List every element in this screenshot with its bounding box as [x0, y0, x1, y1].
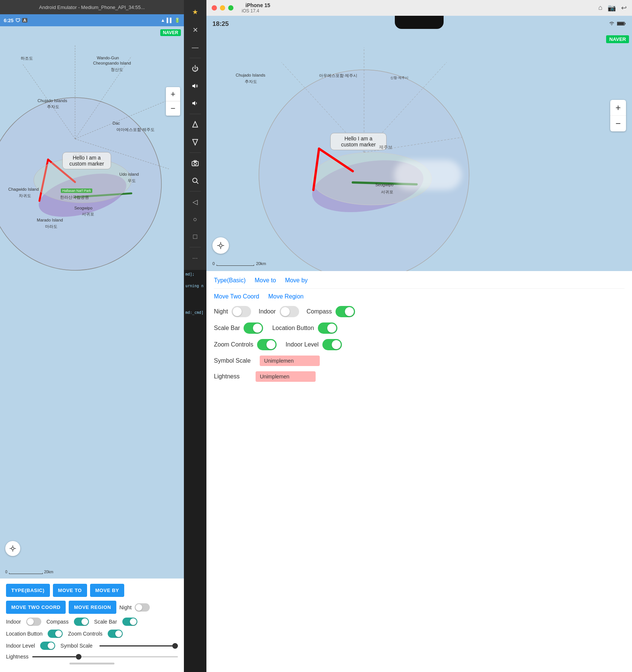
ios-night-toggle[interactable]	[232, 306, 251, 317]
toolbar-divider3	[190, 152, 201, 153]
ios-night-knob	[233, 307, 242, 316]
svg-marker-17	[193, 101, 196, 105]
android-zoom-out-button[interactable]: −	[166, 101, 180, 116]
minimize-toolbar-button[interactable]: —	[187, 39, 203, 56]
ios-tab-type-basic[interactable]: Type(Basic)	[214, 277, 245, 285]
ios-indoor-toggle[interactable]	[280, 306, 299, 317]
android-location-button[interactable]	[5, 541, 20, 556]
traffic-light-red[interactable]	[212, 5, 217, 11]
svg-line-36	[313, 149, 319, 190]
android-compass-toggle[interactable]	[74, 618, 89, 626]
android-lightness-row: Lightness	[6, 654, 178, 660]
wifi-icon	[609, 21, 615, 26]
camera-toolbar-button[interactable]	[187, 155, 203, 172]
iphone-screenshot-icon[interactable]: 📷	[608, 4, 616, 12]
android-move-two-coord-button[interactable]: MOVE TWO COORD	[6, 601, 66, 614]
iphone-panel: iPhone 15 iOS 17.4 ⌂ 📷 ↩ 18:25	[206, 0, 632, 672]
volume-up-toolbar-button[interactable]	[187, 78, 203, 94]
rotate-toolbar-button[interactable]	[187, 116, 203, 133]
android-scalebar-toggle[interactable]	[122, 618, 137, 626]
rotate2-toolbar-button[interactable]	[187, 134, 203, 150]
map-label-hallasan-kr: 한라산국립공원	[60, 194, 89, 200]
ios-tab-move-by[interactable]: Move by	[285, 277, 307, 285]
android-indoorlevel-toggle[interactable]	[40, 642, 55, 650]
traffic-light-yellow[interactable]	[220, 5, 225, 11]
power-toolbar-button[interactable]: ⏻	[187, 60, 203, 77]
android-btn-row1: TYPE(BASIC) MOVE TO MOVE BY	[6, 584, 178, 597]
cloud-shape	[394, 160, 462, 190]
search-toolbar-button[interactable]	[187, 172, 203, 189]
map-label-chagwido: Chagwido Island	[8, 187, 39, 191]
android-zoomctrl-toggle[interactable]	[108, 630, 123, 638]
android-locbtn-toggle[interactable]	[48, 630, 63, 638]
map-label-udo: Udo island	[119, 172, 139, 176]
svg-point-38	[219, 244, 222, 247]
android-type-basic-button[interactable]: TYPE(BASIC)	[6, 584, 50, 597]
map-label-wandogun: Wando-Gun	[97, 56, 119, 60]
home-toolbar-button[interactable]: ○	[187, 211, 203, 228]
code-line1: md];	[185, 272, 205, 276]
android-indoor-toggle[interactable]	[26, 618, 41, 626]
ios-compass-toggle[interactable]	[336, 306, 355, 317]
volume-down-toolbar-button[interactable]	[187, 95, 203, 111]
android-compass-knob	[81, 618, 88, 625]
android-symbolscale-slider[interactable]	[99, 645, 178, 646]
android-night-knob	[135, 604, 142, 611]
traffic-light-green[interactable]	[228, 5, 233, 11]
svg-line-24	[197, 182, 199, 184]
toolbar-divider5	[190, 247, 201, 247]
ios-lightness-unimplemented: Unimplemen	[256, 371, 316, 382]
iphone-ios-version: iOS 17.4	[242, 8, 270, 14]
hallasan-badge: Hallasan Nat'l Park	[61, 188, 92, 193]
android-move-by-button[interactable]: MOVE BY	[90, 584, 124, 597]
ios-indoor-label: Indoor	[259, 308, 275, 315]
iphone-wifi-icon	[609, 21, 615, 27]
ios-location-button[interactable]	[212, 237, 229, 254]
more-toolbar-button[interactable]: ···	[187, 250, 203, 266]
ios-tab-move-region[interactable]: Move Region	[268, 293, 304, 300]
android-title-text: Android Emulator - Medium_Phone_API_34:5…	[39, 5, 145, 10]
android-indoorlevel-knob	[48, 642, 54, 649]
svg-point-0	[0, 98, 161, 270]
ios-zoomctrl-toggle[interactable]	[257, 339, 277, 350]
iphone-title-bar: iPhone 15 iOS 17.4 ⌂ 📷 ↩	[206, 0, 632, 16]
ios-zoom-out-button[interactable]: −	[610, 116, 626, 131]
android-scale-bar: 0 20km	[5, 570, 53, 574]
ios-scalebar-toggle[interactable]	[244, 322, 263, 334]
android-btn-row2: MOVE TWO COORD MOVE REGION Night	[6, 601, 178, 614]
svg-line-4	[75, 56, 131, 139]
android-night-toggle[interactable]	[135, 603, 150, 612]
ios-symbolscale-row: Symbol Scale Unimplemen	[214, 356, 624, 366]
star-toolbar-button[interactable]: ★	[187, 4, 203, 20]
android-indoorlevel-label: Indoor Level	[6, 643, 35, 649]
ios-zoomctrl-knob	[266, 340, 275, 349]
ios-label-seogwipo-kr: 서귀포	[381, 189, 393, 195]
ios-naver-badge: NAVER	[606, 35, 629, 43]
ios-locbtn-toggle[interactable]	[318, 322, 337, 334]
android-scale-text: 20km	[44, 570, 53, 574]
android-scalebar-label: Scale Bar	[94, 619, 117, 625]
map-label-chujado-kr: 추자도	[47, 104, 59, 110]
ios-indoorlevel-label: Indoor Level	[286, 341, 319, 348]
ios-night-label: Night	[214, 308, 228, 315]
android-move-to-button[interactable]: MOVE TO	[53, 584, 87, 597]
android-symbolscale-thumb	[172, 643, 178, 649]
ios-compass-label: Compass	[307, 308, 332, 315]
close-toolbar-button[interactable]: ✕	[187, 22, 203, 38]
android-lightness-slider[interactable]	[32, 656, 178, 657]
android-home-bar	[6, 663, 178, 664]
android-zoom-in-button[interactable]: +	[166, 87, 180, 101]
ios-tab-move-two-coord[interactable]: Move Two Coord	[214, 293, 259, 300]
iphone-rotate-icon[interactable]: ↩	[621, 4, 627, 12]
recents-toolbar-button[interactable]: □	[187, 228, 203, 245]
ios-indoorlevel-toggle[interactable]	[322, 339, 342, 350]
android-move-region-button[interactable]: MOVE REGION	[69, 601, 116, 614]
android-naver-badge: NAVER	[160, 29, 181, 36]
back-toolbar-button[interactable]: ◁	[187, 194, 203, 210]
ios-tab-move-to[interactable]: Move to	[254, 277, 276, 285]
ios-zoom-controls: + −	[610, 100, 626, 131]
iphone-home-icon[interactable]: ⌂	[598, 4, 602, 12]
ios-zoom-in-button[interactable]: +	[610, 100, 626, 116]
toolbar-divider4	[190, 191, 201, 191]
ios-label-chujado-kr: 추자도	[245, 79, 257, 84]
